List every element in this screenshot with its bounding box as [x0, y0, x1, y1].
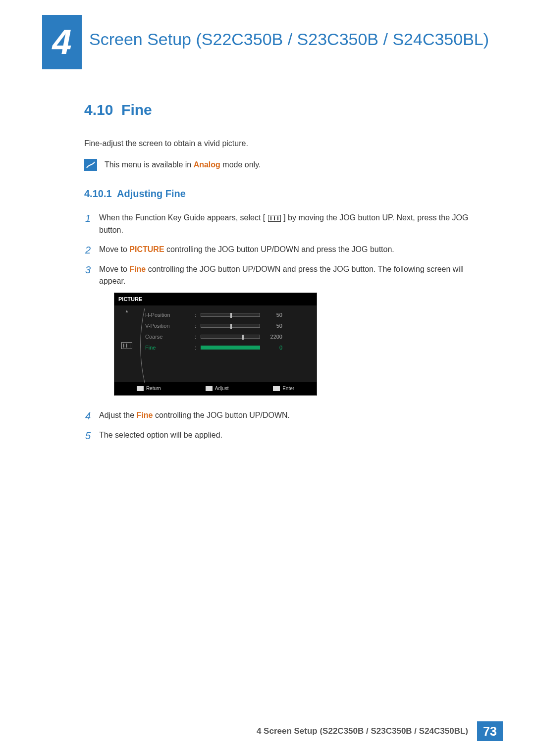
- slider-knob-icon: [242, 335, 244, 340]
- osd-body: ▲ H-Position : 50: [114, 305, 317, 382]
- osd-slider: [201, 335, 260, 339]
- section-heading: 4.10 Fine: [84, 101, 481, 118]
- osd-value-active: 0: [260, 344, 282, 352]
- chapter-header: 4 Screen Setup (S22C350B / S23C350B / S2…: [0, 0, 535, 69]
- note-row: This menu is available in Analog mode on…: [84, 159, 481, 171]
- osd-bar-wrap: 50: [201, 311, 312, 319]
- osd-footer-label: Enter: [282, 385, 294, 393]
- page-footer: 4 Screen Setup (S22C350B / S23C350B / S2…: [257, 721, 503, 741]
- note-prefix: This menu is available in: [105, 160, 194, 169]
- step-number: 1: [85, 212, 99, 237]
- osd-row-h-position: H-Position : 50: [145, 309, 312, 320]
- subsection-title: Adjusting Fine: [117, 188, 186, 199]
- chapter-number-box: 4: [42, 15, 82, 69]
- section-number: 4.10: [84, 101, 113, 118]
- osd-value: 50: [260, 311, 282, 319]
- step-text-fragment: Move to: [99, 245, 129, 253]
- step-number: 4: [85, 409, 99, 422]
- step-1: 1 When the Function Key Guide appears, s…: [85, 212, 481, 237]
- osd-footer-return: Return: [137, 385, 161, 393]
- osd-slider: [201, 313, 260, 317]
- osd-colon: :: [195, 311, 201, 319]
- menu-icon: [268, 215, 281, 222]
- osd-label-active: Fine: [145, 344, 195, 352]
- step-text-fragment: controlling the JOG button UP/DOWN.: [153, 411, 290, 419]
- step-text: Adjust the Fine controlling the JOG butt…: [99, 409, 481, 422]
- osd-value: 50: [260, 322, 282, 330]
- osd-left-column: ▲: [114, 307, 139, 382]
- osd-colon: :: [195, 333, 201, 341]
- osd-row-fine: Fine : 0: [145, 342, 312, 353]
- osd-rows: H-Position : 50 V-Position :: [139, 307, 317, 382]
- osd-footer: Return Adjust Enter: [114, 382, 317, 395]
- step-text-fragment: Adjust the: [99, 411, 137, 419]
- step-number: 5: [85, 429, 99, 442]
- step-5: 5 The selected option will be applied.: [85, 429, 481, 442]
- osd-value: 2200: [260, 333, 282, 341]
- note-icon: [84, 159, 97, 171]
- step-text: Move to PICTURE controlling the JOG butt…: [99, 244, 481, 256]
- triangle-up-icon: ▲: [125, 308, 129, 314]
- note-suffix: mode only.: [220, 160, 261, 169]
- intro-text: Fine-adjust the screen to obtain a vivid…: [84, 139, 481, 148]
- osd-bar-wrap: 50: [201, 322, 312, 330]
- step-text-bold: Fine: [129, 265, 146, 273]
- step-text: When the Function Key Guide appears, sel…: [99, 212, 481, 237]
- note-text: This menu is available in Analog mode on…: [105, 160, 261, 169]
- osd-slider: [201, 324, 260, 328]
- adjust-icon: [206, 386, 213, 391]
- step-text: The selected option will be applied.: [99, 429, 481, 442]
- step-2: 2 Move to PICTURE controlling the JOG bu…: [85, 244, 481, 256]
- note-highlight: Analog: [194, 160, 220, 169]
- return-icon: [137, 386, 144, 391]
- osd-footer-label: Adjust: [215, 385, 229, 393]
- osd-bar-wrap: 2200: [201, 333, 312, 341]
- step-text-bold: PICTURE: [129, 245, 164, 253]
- osd-title: PICTURE: [114, 293, 317, 305]
- step-text-fragment: controlling the JOG button UP/DOWN and p…: [164, 245, 394, 253]
- osd-colon: :: [195, 322, 201, 330]
- osd-footer-adjust: Adjust: [206, 385, 229, 393]
- osd-bar-wrap: 0: [201, 344, 312, 352]
- chapter-title: Screen Setup (S22C350B / S23C350B / S24C…: [89, 15, 489, 50]
- osd-row-coarse: Coarse : 2200: [145, 331, 312, 342]
- subsection-number: 4.10.1: [84, 188, 112, 199]
- step-4: 4 Adjust the Fine controlling the JOG bu…: [85, 409, 481, 422]
- step-text-fragment: Move to: [99, 265, 129, 273]
- section-title: Fine: [121, 101, 152, 118]
- osd-label: Coarse: [145, 333, 195, 341]
- bracket-left: [: [263, 213, 268, 222]
- step-text-fragment: controlling the JOG button UP/DOWN and p…: [99, 265, 464, 286]
- content-area: 4.10 Fine Fine-adjust the screen to obta…: [0, 69, 535, 442]
- footer-text: 4 Screen Setup (S22C350B / S23C350B / S2…: [257, 726, 468, 736]
- osd-colon: :: [195, 344, 201, 352]
- subsection-heading: 4.10.1 Adjusting Fine: [84, 188, 481, 200]
- step-3: 3 Move to Fine controlling the JOG butto…: [85, 263, 481, 403]
- menu-icon: [121, 342, 132, 349]
- osd-row-v-position: V-Position : 50: [145, 320, 312, 331]
- slider-knob-icon: [230, 324, 232, 329]
- osd-label: V-Position: [145, 322, 195, 330]
- footer-page-number: 73: [477, 721, 503, 741]
- enter-icon: [273, 386, 280, 391]
- step-text-fragment: When the Function Key Guide appears, sel…: [99, 213, 263, 222]
- slider-knob-icon: [230, 313, 232, 318]
- step-number: 2: [85, 244, 99, 256]
- osd-slider-active: [201, 346, 260, 350]
- bracket-right: ]: [281, 213, 286, 222]
- step-number: 3: [85, 263, 99, 403]
- steps-list: 1 When the Function Key Guide appears, s…: [84, 212, 481, 442]
- step-text: Move to Fine controlling the JOG button …: [99, 263, 481, 403]
- osd-footer-label: Return: [146, 385, 161, 393]
- osd-screenshot: PICTURE ▲ H-Position :: [114, 293, 317, 396]
- step-text-bold: Fine: [137, 411, 153, 419]
- osd-footer-enter: Enter: [273, 385, 294, 393]
- osd-label: H-Position: [145, 311, 195, 319]
